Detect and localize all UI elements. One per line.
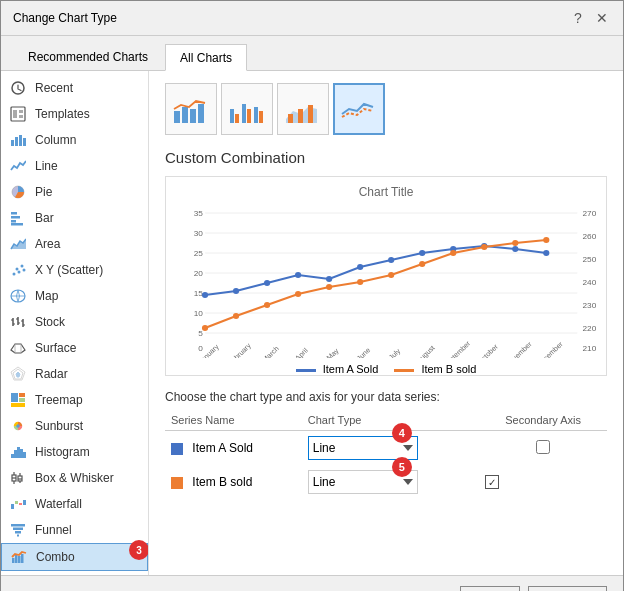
sidebar-item-combo[interactable]: Combo 3 — [1, 543, 148, 571]
svg-point-121 — [419, 261, 425, 267]
chart-icon-2[interactable] — [221, 83, 273, 135]
sidebar-item-xy-scatter[interactable]: X Y (Scatter) — [1, 257, 148, 283]
sidebar-label-funnel: Funnel — [35, 523, 72, 537]
svg-rect-8 — [23, 138, 26, 146]
help-button[interactable]: ? — [569, 9, 587, 27]
tab-all-charts[interactable]: All Charts — [165, 44, 247, 71]
series-name-b: Item B sold — [165, 465, 302, 499]
svg-point-125 — [543, 237, 549, 243]
sidebar-label-radar: Radar — [35, 367, 68, 381]
svg-rect-11 — [11, 216, 20, 219]
chart-icon-3[interactable] — [277, 83, 329, 135]
svg-rect-67 — [182, 107, 188, 123]
series-chart-type-a[interactable]: Line Column Bar Area 4 — [302, 431, 479, 466]
svg-rect-59 — [13, 528, 23, 531]
sidebar-label-column: Column — [35, 133, 76, 147]
series-table: Series Name Chart Type Secondary Axis It… — [165, 412, 607, 499]
ok-button[interactable]: OK — [460, 586, 520, 591]
svg-rect-37 — [19, 393, 25, 397]
tab-recommended[interactable]: Recommended Charts — [13, 44, 163, 70]
svg-rect-79 — [308, 105, 313, 123]
sidebar-item-waterfall[interactable]: Waterfall — [1, 491, 148, 517]
secondary-axis-checkbox-a[interactable] — [536, 440, 550, 454]
svg-rect-12 — [11, 220, 16, 223]
svg-text:240: 240 — [582, 278, 596, 287]
svg-text:March: March — [261, 345, 281, 358]
svg-text:20: 20 — [194, 269, 204, 278]
svg-point-119 — [357, 279, 363, 285]
svg-text:February: February — [227, 342, 254, 358]
histogram-icon — [9, 443, 27, 461]
sidebar-item-map[interactable]: Map — [1, 283, 148, 309]
stock-icon — [9, 313, 27, 331]
sidebar-label-surface: Surface — [35, 341, 76, 355]
svg-point-19 — [23, 269, 26, 272]
templates-icon — [9, 105, 27, 123]
series-color-b — [171, 477, 183, 489]
svg-rect-78 — [298, 109, 303, 123]
sidebar-item-stock[interactable]: Stock — [1, 309, 148, 335]
svg-rect-58 — [11, 524, 25, 527]
chart-svg: 35 30 25 20 15 10 5 0 270 260 250 240 23… — [174, 203, 598, 358]
sidebar: Recent Templates Column Li — [1, 71, 149, 575]
table-row: Item B sold Line Column Bar Area 5 — [165, 465, 607, 499]
sidebar-item-recent[interactable]: Recent — [1, 75, 148, 101]
svg-text:35: 35 — [194, 209, 204, 218]
svg-point-122 — [450, 250, 456, 256]
svg-rect-39 — [11, 403, 25, 407]
sidebar-item-line[interactable]: Line — [1, 153, 148, 179]
sidebar-label-recent: Recent — [35, 81, 73, 95]
secondary-axis-a-cell — [479, 431, 607, 466]
legend-item-a: Item A Sold — [296, 363, 379, 375]
sidebar-item-funnel[interactable]: Funnel — [1, 517, 148, 543]
series-chart-type-b[interactable]: Line Column Bar Area 5 — [302, 465, 479, 499]
sidebar-label-bar: Bar — [35, 211, 54, 225]
svg-point-115 — [233, 313, 239, 319]
svg-text:November: November — [504, 340, 534, 358]
sidebar-label-area: Area — [35, 237, 60, 251]
sidebar-item-templates[interactable]: Templates — [1, 101, 148, 127]
col-chart-type: Chart Type — [302, 412, 479, 431]
sidebar-item-sunburst[interactable]: Sunburst — [1, 413, 148, 439]
svg-rect-77 — [288, 114, 293, 123]
sidebar-label-templates: Templates — [35, 107, 90, 121]
svg-text:July: July — [387, 347, 402, 358]
sidebar-item-bar[interactable]: Bar — [1, 205, 148, 231]
sidebar-item-radar[interactable]: Radar — [1, 361, 148, 387]
svg-text:5: 5 — [198, 329, 203, 338]
svg-text:May: May — [325, 347, 341, 358]
waterfall-icon — [9, 495, 27, 513]
secondary-axis-checked-b[interactable] — [485, 475, 499, 489]
row-a-badge: 4 — [392, 423, 412, 443]
svg-rect-13 — [11, 223, 23, 226]
svg-rect-10 — [11, 212, 17, 215]
sidebar-item-column[interactable]: Column — [1, 127, 148, 153]
svg-rect-7 — [19, 135, 22, 146]
surface-icon — [9, 339, 27, 357]
svg-text:270: 270 — [582, 209, 596, 218]
svg-text:30: 30 — [194, 229, 204, 238]
svg-point-123 — [481, 244, 487, 250]
svg-point-16 — [16, 268, 19, 271]
secondary-axis-b-cell — [479, 465, 607, 499]
svg-rect-75 — [259, 111, 263, 123]
sidebar-item-surface[interactable]: Surface — [1, 335, 148, 361]
sidebar-item-treemap[interactable]: Treemap — [1, 387, 148, 413]
svg-point-118 — [326, 284, 332, 290]
chart-legend: Item A Sold Item B sold — [174, 363, 598, 375]
close-button[interactable]: ✕ — [593, 9, 611, 27]
chart-icon-1[interactable] — [165, 83, 217, 135]
title-bar: Change Chart Type ? ✕ — [1, 1, 623, 36]
sidebar-item-histogram[interactable]: Histogram — [1, 439, 148, 465]
chart-icon-4[interactable] — [333, 83, 385, 135]
dialog-footer: OK Cancel — [1, 575, 623, 591]
svg-text:260: 260 — [582, 232, 596, 241]
dialog-title: Change Chart Type — [13, 11, 117, 25]
sidebar-item-area[interactable]: Area — [1, 231, 148, 257]
svg-point-113 — [543, 250, 549, 256]
cancel-button[interactable]: Cancel — [528, 586, 607, 591]
svg-text:15: 15 — [194, 289, 204, 298]
svg-rect-64 — [18, 556, 21, 563]
sidebar-item-box-whisker[interactable]: Box & Whisker — [1, 465, 148, 491]
sidebar-item-pie[interactable]: Pie — [1, 179, 148, 205]
